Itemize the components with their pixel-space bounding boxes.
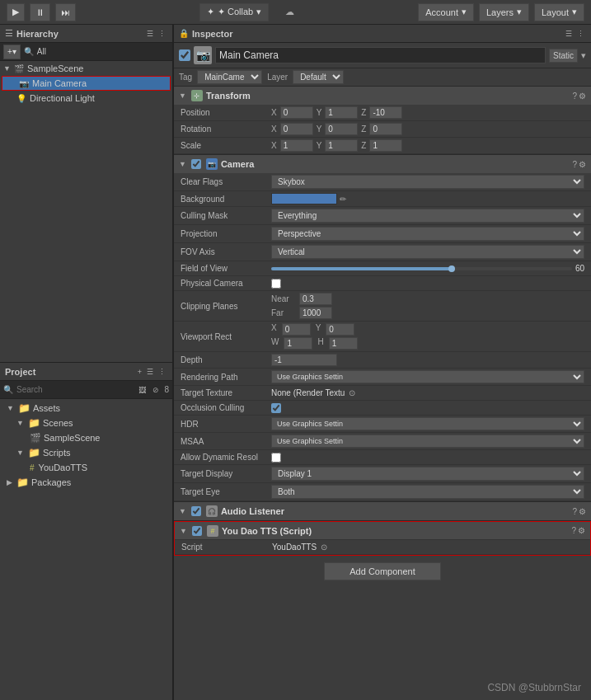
inspector-header: 🔒 Inspector ☰ ⋮	[174, 25, 591, 43]
audio-help-btn[interactable]: ?	[572, 507, 577, 516]
play-button[interactable]: ▶	[7, 3, 25, 21]
color-picker-icon[interactable]: ✏	[340, 195, 346, 204]
scale-y-input[interactable]	[325, 139, 358, 152]
target-display-dropdown[interactable]: Display 1	[271, 467, 584, 481]
vp-w-input[interactable]	[284, 337, 312, 350]
target-texture-icon[interactable]: ⊙	[349, 388, 355, 397]
object-active-checkbox[interactable]	[179, 49, 190, 61]
hierarchy-add-btn[interactable]: +▾	[3, 45, 21, 59]
hierarchy-more-btn[interactable]: ⋮	[157, 29, 167, 39]
background-color-box[interactable]	[271, 193, 337, 204]
hierarchy-menu-btn[interactable]: ☰	[145, 29, 155, 39]
pos-z-input[interactable]	[369, 106, 402, 119]
main-camera-item[interactable]: 📷 Main Camera	[2, 76, 171, 91]
script-help-btn[interactable]: ?	[571, 526, 576, 535]
top-toolbar: ▶ ⏸ ⏭ ✦ ✦ Collab ▾ ☁ Account ▾ Layers ▾ …	[0, 0, 591, 25]
hierarchy-search-bar[interactable]: +▾ 🔍 All	[0, 43, 172, 61]
project-more-btn[interactable]: ⋮	[157, 367, 167, 377]
pos-y-input[interactable]	[325, 106, 358, 119]
target-eye-dropdown[interactable]: Both	[271, 485, 584, 499]
projection-dropdown[interactable]: Perspective	[271, 227, 584, 241]
script-ref-icon[interactable]: ⊙	[321, 543, 327, 552]
inspector-menu-btn[interactable]: ☰	[564, 29, 574, 39]
physical-camera-checkbox[interactable]	[271, 279, 281, 289]
msaa-label: MSAA	[181, 437, 271, 446]
allow-dynamic-checkbox[interactable]	[271, 453, 281, 463]
script-active-checkbox[interactable]	[192, 526, 202, 536]
hierarchy-expand-icon: ☰	[5, 28, 13, 39]
vp-x-input[interactable]	[282, 323, 311, 336]
project-search-bar[interactable]: 🔍 🖼 ⊘ 8	[0, 381, 172, 399]
camera-active-checkbox[interactable]	[191, 159, 201, 169]
far-key-label: Far	[271, 308, 296, 317]
camera-help-btn[interactable]: ?	[572, 160, 577, 169]
near-input[interactable]	[299, 293, 332, 305]
msaa-dropdown[interactable]: Use Graphics Settin	[271, 435, 584, 448]
script-prop-row: Script YouDaoTTS ⊙	[175, 540, 590, 555]
project-add-btn[interactable]: +	[136, 367, 143, 377]
clear-flags-dropdown[interactable]: Skybox	[271, 175, 584, 189]
transform-settings-btn[interactable]: ⚙	[579, 92, 586, 101]
pos-x-input[interactable]	[280, 106, 313, 119]
directional-light-item[interactable]: 💡 Directional Light	[0, 91, 172, 106]
packages-folder[interactable]: ▶ 📁 Packages	[0, 475, 172, 490]
collab-button[interactable]: ✦ ✦ Collab ▾	[199, 3, 269, 21]
step-button[interactable]: ⏭	[55, 3, 76, 21]
scene-root-item[interactable]: ▼ 🎬 SampleScene	[0, 61, 172, 76]
project-search-input[interactable]	[16, 385, 134, 394]
script-settings-btn[interactable]: ⚙	[578, 526, 585, 535]
static-button[interactable]: Static	[549, 49, 578, 63]
culling-mask-dropdown[interactable]: Everything	[271, 209, 584, 223]
occlusion-culling-checkbox[interactable]	[271, 403, 281, 413]
inspector-more-btn[interactable]: ⋮	[575, 29, 586, 39]
camera-settings-btn[interactable]: ⚙	[579, 160, 586, 169]
rot-x-input[interactable]	[280, 123, 313, 135]
rot-z-input[interactable]	[369, 123, 402, 135]
audio-settings-btn[interactable]: ⚙	[579, 507, 586, 516]
vp-h-input[interactable]	[329, 337, 358, 350]
far-input[interactable]	[299, 307, 332, 319]
scripts-folder[interactable]: ▼ 📁 Scripts	[0, 445, 172, 460]
camera-header[interactable]: ▼ 📷 Camera ? ⚙	[174, 155, 591, 173]
youdao-script-header[interactable]: ▼ # You Dao TTS (Script) ? ⚙	[175, 522, 590, 540]
scale-z-input[interactable]	[369, 139, 402, 152]
object-name-input[interactable]	[215, 47, 546, 63]
scale-z-label: Z	[361, 141, 366, 150]
tag-dropdown[interactable]: MainCame	[197, 70, 262, 84]
rot-y-input[interactable]	[325, 123, 358, 135]
scenes-folder[interactable]: ▼ 📁 Scenes	[0, 416, 172, 430]
projection-row: Projection Perspective	[174, 225, 591, 243]
pos-x-label: X	[271, 108, 277, 117]
project-view-icon[interactable]: 🖼	[137, 385, 148, 395]
transform-header[interactable]: ▼ ⊹ Transform ? ⚙	[174, 87, 591, 105]
light-tree-icon: 💡	[16, 94, 26, 103]
scale-x-input[interactable]	[280, 139, 313, 152]
hdr-dropdown[interactable]: Use Graphics Settin	[271, 417, 584, 430]
directional-light-label: Directional Light	[30, 93, 95, 103]
vp-y-input[interactable]	[326, 323, 354, 336]
pause-button[interactable]: ⏸	[30, 3, 50, 21]
watermark-text: CSDN @StubbrnStar	[487, 682, 581, 693]
target-display-row: Target Display Display 1	[174, 465, 591, 483]
layer-dropdown[interactable]: Default	[293, 70, 344, 84]
fov-slider-track[interactable]	[271, 267, 572, 270]
add-component-button[interactable]: Add Component	[324, 562, 441, 580]
rendering-path-dropdown[interactable]: Use Graphics Settin	[271, 370, 584, 383]
layout-dropdown[interactable]: Layout ▾	[534, 3, 584, 21]
project-menu-btn[interactable]: ☰	[145, 367, 155, 377]
fov-axis-dropdown[interactable]: Vertical	[271, 245, 584, 259]
sample-scene-asset[interactable]: 🎬 SampleScene	[0, 430, 172, 445]
collab-arrow: ▾	[256, 7, 261, 17]
layers-dropdown[interactable]: Layers ▾	[479, 3, 529, 21]
audio-active-checkbox[interactable]	[191, 506, 201, 516]
assets-folder[interactable]: ▼ 📁 Assets	[0, 401, 172, 416]
depth-input[interactable]	[271, 354, 337, 366]
youdao-script[interactable]: # YouDaoTTS	[0, 460, 172, 475]
culling-mask-row: Culling Mask Everything	[174, 207, 591, 225]
audio-listener-header[interactable]: ▼ 🎧 Audio Listener ? ⚙	[174, 502, 591, 520]
hierarchy-all-filter[interactable]: All	[37, 47, 46, 56]
project-git-icon[interactable]: ⊘	[151, 385, 161, 395]
account-dropdown[interactable]: Account ▾	[418, 3, 474, 21]
transform-help-btn[interactable]: ?	[572, 92, 577, 101]
scale-xyz: X Y Z	[271, 139, 584, 152]
